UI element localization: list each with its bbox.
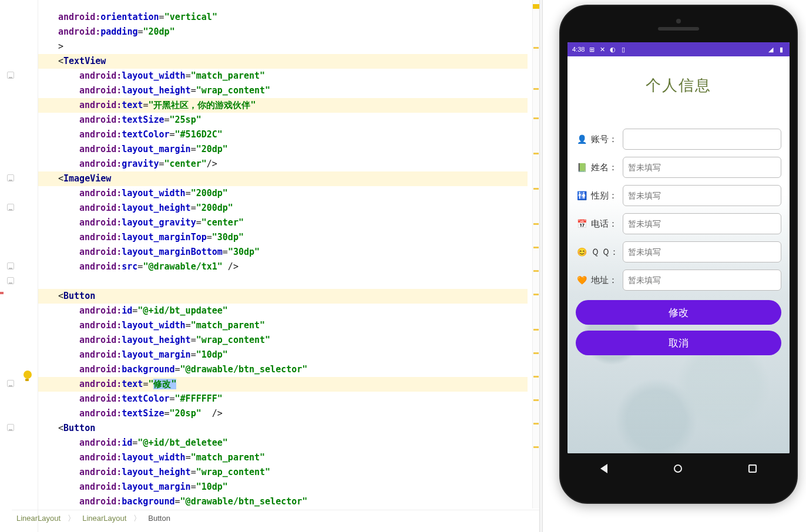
error-marker [0, 292, 4, 294]
code-area[interactable]: android:orientation="vertical"android:pa… [38, 0, 528, 509]
code-line[interactable]: <Button [38, 421, 528, 436]
warning-marker[interactable] [533, 223, 539, 225]
phone-camera-icon [676, 19, 681, 23]
form-row: 😊Ｑ Ｑ： [567, 238, 790, 266]
code-line[interactable]: android:layout_margin="10dp" [38, 480, 528, 494]
code-line[interactable]: android:layout_width="match_parent" [38, 450, 528, 465]
code-line[interactable]: android:text="开黑社区，你的游戏伙伴" [38, 98, 528, 113]
phone-frame: 4:38 ⊞ ✕ ◐ ▯ ◢ ▮ 个人信息 👤账号：📗姓名：🚻性 [559, 5, 798, 504]
code-line[interactable]: <ImageView [38, 171, 528, 186]
warning-marker[interactable] [533, 376, 539, 378]
text-input[interactable] [623, 241, 781, 262]
warning-marker[interactable] [533, 352, 539, 354]
battery-icon: ▮ [778, 46, 785, 53]
code-line[interactable]: android:layout_width="match_parent" [38, 318, 528, 333]
text-input[interactable] [623, 270, 781, 291]
code-line[interactable]: android:id="@+id/bt_updatee" [38, 304, 528, 318]
warning-marker[interactable] [533, 423, 539, 425]
modify-button[interactable]: 修改 [576, 300, 781, 325]
code-line[interactable]: android:background="@drawable/btn_select… [38, 362, 528, 377]
fold-toggle-icon[interactable] [7, 72, 14, 79]
signal-icon: ◢ [767, 46, 774, 53]
app-body: 个人信息 👤账号：📗姓名：🚻性别：📅电话：😊Ｑ Ｑ：🧡地址： 修改取消 [567, 56, 790, 453]
field-icon: 🧡 [576, 274, 587, 286]
code-line[interactable]: android:id="@+id/bt_deletee" [38, 436, 528, 450]
text-input[interactable] [623, 157, 781, 178]
code-line[interactable]: > [38, 39, 528, 54]
form-row: 📗姓名： [567, 153, 790, 181]
code-line[interactable]: android:layout_marginBottom="30dp" [38, 245, 528, 260]
code-line[interactable]: <TextView [38, 54, 528, 69]
screenshot-icon: ⊞ [588, 46, 595, 53]
wifi-off-icon: ✕ [599, 46, 606, 53]
field-label: Ｑ Ｑ： [591, 247, 619, 258]
code-line[interactable]: android:textColor="#516D2C" [38, 127, 528, 142]
warning-marker[interactable] [533, 329, 539, 331]
field-icon: 👤 [576, 133, 587, 145]
code-line[interactable]: android:layout_marginTop="30dp" [38, 230, 528, 245]
code-line[interactable]: android:layout_width="200dp" [38, 186, 528, 201]
fold-toggle-icon[interactable] [7, 262, 14, 270]
nav-home-icon[interactable] [674, 464, 682, 473]
code-editor-pane[interactable]: android:orientation="vertical"android:pa… [0, 0, 539, 532]
fold-toggle-icon[interactable] [7, 277, 14, 284]
form-row: 📅电话： [567, 210, 790, 238]
warning-marker[interactable] [533, 153, 539, 154]
code-line[interactable]: android:textSize="20sp" /> [38, 406, 528, 421]
warning-marker[interactable] [533, 117, 539, 119]
code-line[interactable] [38, 274, 528, 289]
fold-toggle-icon[interactable] [7, 380, 14, 387]
code-line[interactable]: android:gravity="center"/> [38, 157, 528, 171]
code-line[interactable]: android:textSize="25sp" [38, 113, 528, 127]
status-icons-right: ◢ ▮ [767, 46, 785, 53]
code-line[interactable]: android:layout_height="wrap_content" [38, 465, 528, 480]
warning-marker[interactable] [533, 270, 539, 272]
code-line[interactable]: android:textColor="#FFFFFF" [38, 392, 528, 406]
code-line[interactable]: android:layout_margin="10dp" [38, 348, 528, 362]
code-line[interactable]: android:layout_height="wrap_content" [38, 333, 528, 348]
error-strip-left [0, 0, 4, 509]
code-line[interactable]: android:text="修改" [38, 377, 528, 392]
marker-strip-right[interactable] [532, 0, 539, 509]
fold-toggle-icon[interactable] [7, 424, 14, 431]
android-nav-bar [567, 456, 790, 482]
warning-marker[interactable] [533, 446, 539, 448]
nav-recent-icon[interactable] [748, 464, 757, 473]
breadcrumb[interactable]: LinearLayout 〉 LinearLayout 〉 Button [12, 510, 539, 526]
fold-toggle-icon[interactable] [7, 174, 14, 181]
sd-icon: ▯ [620, 46, 627, 53]
status-time: 4:38 [572, 46, 585, 53]
fold-toggle-icon[interactable] [7, 204, 14, 211]
breadcrumb-item[interactable]: Button [148, 514, 170, 523]
warning-marker[interactable] [533, 188, 539, 190]
code-line[interactable]: android:background="@drawable/btn_select… [38, 494, 528, 509]
analysis-status-icon [533, 4, 539, 9]
cancel-button[interactable]: 取消 [576, 331, 781, 355]
text-input[interactable] [623, 185, 781, 206]
code-line[interactable]: android:src="@drawable/tx1" /> [38, 260, 528, 274]
text-input[interactable] [623, 129, 781, 150]
code-line[interactable]: android:layout_height="wrap_content" [38, 83, 528, 98]
code-line[interactable]: android:layout_margin="20dp" [38, 142, 528, 157]
field-icon: 📗 [576, 161, 587, 173]
intention-bulb-icon[interactable] [23, 371, 32, 379]
warning-marker[interactable] [533, 47, 539, 49]
code-line[interactable]: android:layout_height="200dp" [38, 201, 528, 216]
code-line[interactable]: <Button [38, 289, 528, 304]
form-row: 👤账号： [567, 125, 790, 153]
nav-back-icon[interactable] [600, 464, 607, 473]
code-line[interactable]: android:orientation="vertical" [38, 10, 528, 25]
code-line[interactable]: android:padding="20dp" [38, 25, 528, 39]
code-line[interactable]: android:layout_gravity="center" [38, 216, 528, 230]
text-input[interactable] [623, 213, 781, 234]
field-icon: 😊 [576, 246, 587, 258]
warning-marker[interactable] [533, 88, 539, 90]
warning-marker[interactable] [533, 247, 539, 248]
breadcrumb-item[interactable]: LinearLayout [16, 514, 61, 523]
warning-marker[interactable] [533, 399, 539, 401]
status-icons-left: ⊞ ✕ ◐ ▯ [588, 46, 627, 53]
warning-marker[interactable] [533, 294, 539, 295]
code-line[interactable]: android:layout_width="match_parent" [38, 69, 528, 83]
breadcrumb-item[interactable]: LinearLayout [82, 514, 126, 523]
phone-screen: 4:38 ⊞ ✕ ◐ ▯ ◢ ▮ 个人信息 👤账号：📗姓名：🚻性 [567, 42, 790, 453]
